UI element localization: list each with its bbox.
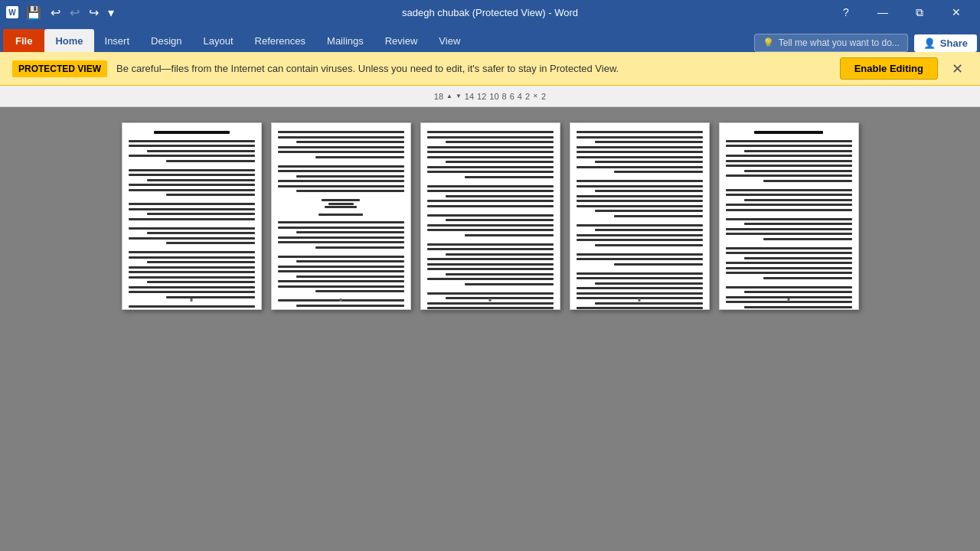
protected-view-message: Be careful—files from the Internet can c… (116, 63, 831, 74)
tab-design[interactable]: Design (140, 29, 192, 52)
search-box[interactable]: 💡 Tell me what you want to do... (754, 34, 908, 52)
page-1-content (129, 131, 255, 310)
ruler-area: 18 ▲ ▼ 14 12 10 8 6 4 2 ✕ 2 (0, 86, 980, 107)
page-5-footer (788, 298, 790, 302)
document-area (0, 107, 980, 551)
ribbon-right: 💡 Tell me what you want to do... 👤 Share (754, 34, 977, 52)
search-placeholder: Tell me what you want to do... (779, 37, 900, 48)
close-btn[interactable]: ✕ (939, 0, 974, 24)
page-3-footer (489, 298, 492, 302)
page-4 (570, 122, 710, 310)
tab-layout[interactable]: Layout (193, 29, 244, 52)
tab-references[interactable]: References (244, 29, 316, 52)
tab-view[interactable]: View (428, 29, 471, 52)
tab-home[interactable]: Home (44, 29, 93, 52)
pages-container (122, 122, 859, 310)
page-2-footer (340, 298, 342, 302)
tab-mailings[interactable]: Mailings (316, 29, 374, 52)
tab-file[interactable]: File (3, 29, 44, 52)
word-icon: W (6, 6, 18, 18)
page-1-footer (191, 298, 193, 302)
restore-btn[interactable]: ⧉ (902, 0, 937, 24)
window-controls: ? — ⧉ ✕ (828, 0, 974, 24)
page-5-content (726, 131, 852, 310)
enable-editing-button[interactable]: Enable Editing (840, 57, 938, 80)
title-bar: W 💾 ↩ ↩ ↪ ▾ sadegh chubak (Protected Vie… (0, 0, 980, 24)
page-2 (271, 122, 411, 310)
page-2-content (278, 131, 404, 310)
page-3-content (427, 131, 554, 310)
ruler-row: 18 ▲ ▼ 14 12 10 8 6 4 2 ✕ 2 (434, 92, 546, 101)
page-4-content (577, 131, 703, 310)
page-5 (719, 122, 859, 310)
ribbon-tabs: File Home Insert Design Layout Reference… (0, 24, 980, 52)
tab-review[interactable]: Review (374, 29, 429, 52)
window-title: sadegh chubak (Protected View) - Word (402, 7, 578, 18)
protected-view-badge: PROTECTED VIEW (12, 60, 107, 77)
redo-btn[interactable]: ↪ (86, 4, 102, 21)
save-quick-btn[interactable]: 💾 (23, 4, 44, 21)
title-bar-left: W 💾 ↩ ↩ ↪ ▾ (6, 4, 117, 21)
help-btn[interactable]: ? (828, 0, 864, 24)
close-protected-bar-button[interactable]: ✕ (947, 59, 968, 79)
search-icon: 💡 (763, 37, 774, 48)
page-3 (420, 122, 560, 310)
minimize-btn[interactable]: — (865, 0, 900, 24)
quick-access-toolbar: 💾 ↩ ↩ ↪ ▾ (23, 4, 117, 21)
customize-btn[interactable]: ▾ (105, 4, 117, 21)
protected-view-bar: PROTECTED VIEW Be careful—files from the… (0, 52, 980, 86)
share-icon: 👤 (923, 37, 936, 49)
tab-insert[interactable]: Insert (94, 29, 141, 52)
share-button[interactable]: 👤 Share (914, 34, 977, 52)
undo-btn-inactive: ↩ (67, 4, 83, 21)
page-1 (122, 122, 262, 310)
undo-btn[interactable]: ↩ (47, 4, 64, 21)
page-4-footer (639, 298, 641, 302)
